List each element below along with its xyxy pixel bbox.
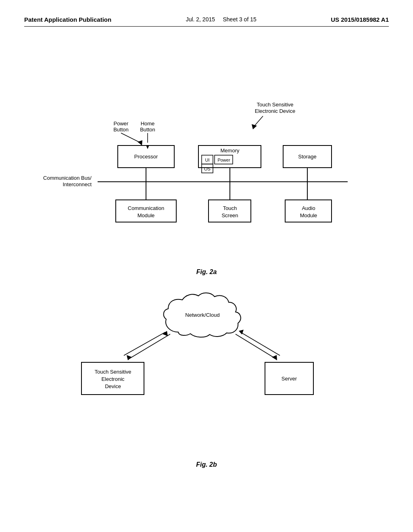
svg-line-15	[130, 334, 170, 358]
ui-label: UI	[205, 158, 210, 162]
comm-module-label: Communication	[128, 205, 164, 211]
page: Patent Application Publication Jul. 2, 2…	[0, 0, 413, 532]
power-button-label2: Button	[113, 127, 129, 133]
memory-label: Memory	[221, 148, 240, 154]
home-button-label2: Button	[140, 127, 155, 133]
fig2a-section: Touch Sensitive Electronic Device Power …	[24, 39, 389, 276]
fig2a-label: Fig. 2a	[24, 268, 389, 276]
os-label: OS	[204, 166, 211, 171]
touch-screen-label: Touch	[223, 205, 237, 211]
fig2a-diagram: Touch Sensitive Electronic Device Power …	[24, 39, 389, 264]
svg-line-2	[121, 133, 140, 143]
touch-screen-label2: Screen	[221, 212, 238, 218]
server-label: Server	[282, 376, 297, 382]
svg-line-21	[240, 332, 280, 355]
svg-line-0	[255, 116, 263, 125]
comm-module-label2: Module	[138, 212, 155, 218]
processor-label: Processor	[134, 154, 158, 160]
tsed-label: Touch Sensitive	[94, 369, 131, 375]
storage-label: Storage	[298, 154, 317, 160]
fig2b-label: Fig. 2b	[24, 461, 389, 468]
sheet-info: Sheet 3 of 15	[223, 16, 256, 23]
fig2b-section: Network/Cloud Touch Sensitive	[24, 288, 389, 468]
svg-marker-1	[252, 124, 257, 129]
touch-sensitive-label2: Electronic Device	[255, 108, 295, 114]
network-cloud-label: Network/Cloud	[185, 312, 219, 318]
fig2b-diagram: Network/Cloud Touch Sensitive	[24, 288, 389, 457]
power-button-label: Power	[114, 121, 129, 127]
svg-marker-16	[127, 355, 132, 360]
home-button-label: Home	[141, 121, 155, 127]
power-label: Power	[217, 158, 230, 162]
svg-marker-3	[138, 140, 142, 145]
tsed-label2: Electronic	[101, 376, 125, 382]
header-center: Jul. 2, 2015 Sheet 3 of 15	[186, 16, 257, 23]
svg-line-17	[124, 332, 165, 355]
publication-date: Jul. 2, 2015	[186, 16, 215, 23]
page-header: Patent Application Publication Jul. 2, 2…	[24, 16, 389, 27]
patent-number: US 2015/0185982 A1	[331, 16, 389, 23]
publication-label: Patent Application Publication	[24, 16, 111, 23]
comm-bus-label2: Interconnect	[63, 181, 92, 187]
svg-marker-20	[272, 355, 277, 360]
audio-module-label2: Module	[300, 212, 317, 218]
touch-sensitive-label: Touch Sensitive	[257, 102, 293, 108]
tsed-label3: Device	[105, 383, 121, 389]
comm-bus-label: Communication Bus/	[43, 175, 92, 181]
audio-module-label: Audio	[302, 205, 315, 211]
svg-line-19	[236, 334, 275, 358]
